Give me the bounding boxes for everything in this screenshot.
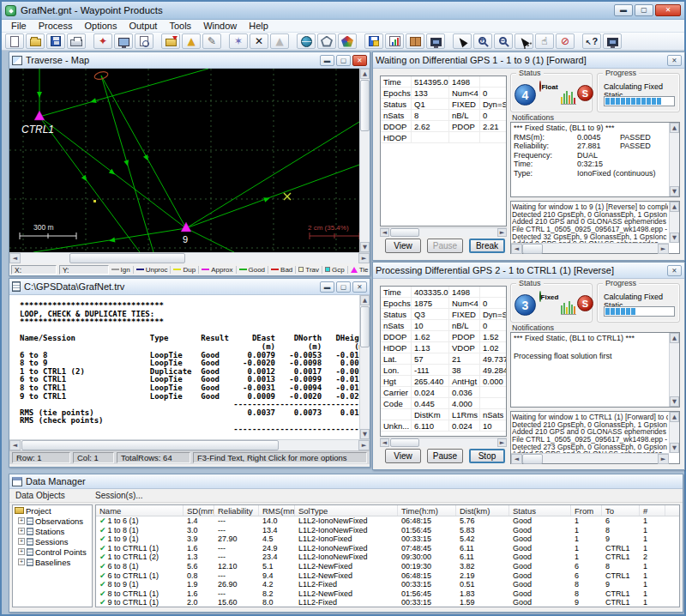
trv-maximize-button[interactable]: ▢ [336,281,351,293]
column-header-timehm[interactable]: Time(h:m) [398,505,456,516]
toggle-processing-window-button[interactable] [603,33,622,49]
menu-options[interactable]: Options [78,21,123,31]
scroll-up-arrow[interactable]: ▲ [360,295,370,305]
menu-tools[interactable]: Tools [163,21,197,31]
menu-process[interactable]: Process [33,21,79,31]
view-raw-gnss-data-button[interactable] [135,33,153,49]
scroll-right-arrow[interactable]: ► [358,440,370,450]
context-help-button[interactable]: ? [582,33,601,49]
scroll-up-arrow[interactable]: ▲ [360,69,370,79]
close-button[interactable]: ✕ [655,4,681,16]
gps1-log-box[interactable]: Waiting for window 1 to 9 (1) [Reverse] … [510,201,680,254]
no-zoom-tool-button[interactable]: ⊘ [556,33,575,49]
scroll-left-arrow[interactable]: ◄ [380,228,389,237]
add-master-station-button[interactable]: ✦ [93,33,112,49]
zoom-in-tool-button[interactable]: + [473,33,492,49]
trv-minimize-button[interactable]: ▬ [320,281,334,293]
view-button[interactable]: View [385,239,421,253]
import-files-button[interactable] [161,33,180,49]
scroll-thumb[interactable] [522,244,543,254]
save-file-button[interactable] [46,33,65,49]
scroll-thumb[interactable] [69,253,185,263]
table-row[interactable]: ✔6 to CTRL1 (1)0.8---9.4L1L2-NewFixed06:… [96,571,679,581]
scroll-down-arrow[interactable]: ▼ [670,186,679,196]
map-close-button[interactable]: ✕ [352,55,367,66]
select-tool-button[interactable] [453,33,472,49]
unprocess-sessions-button[interactable]: ✕ [250,33,268,49]
log-horizontal-scrollbar[interactable]: ◄ ► [511,243,669,253]
log-horizontal-scrollbar[interactable]: ◄ ► [511,453,669,463]
expand-icon[interactable]: + [18,517,25,524]
scroll-thumb[interactable] [390,438,419,447]
scroll-thumb[interactable] [360,80,370,131]
export-wizard-button[interactable] [406,33,424,49]
tree-item-stations[interactable]: +Stations [13,526,92,536]
zoom-window-tool-button[interactable] [514,33,533,49]
tree-item-observations[interactable]: +Observations [13,516,92,526]
scroll-right-arrow[interactable]: ► [658,244,669,254]
new-file-button[interactable] [5,33,24,49]
scroll-right-arrow[interactable]: ► [497,228,507,237]
map-maximize-button[interactable]: ▢ [336,55,351,66]
table-row[interactable]: ✔9 to CTRL1 (1)2.015.608.0L1L2-Fixed00:3… [96,598,679,607]
add-remote-station-button[interactable] [114,33,133,49]
scroll-thumb[interactable] [360,306,370,347]
menu-help[interactable]: Help [243,21,274,31]
maximize-button[interactable]: ▢ [635,4,653,16]
table-row[interactable]: ✔1 to 9 (1)3.927.904.5L1L2-IonoFixed00:3… [96,534,679,544]
scroll-right-arrow[interactable]: ► [497,438,507,447]
expand-icon[interactable]: + [18,528,25,534]
gps2-stats-list[interactable]: Time403335.01498Epochs1875Num<40StatusQ3… [380,286,507,437]
column-header-[interactable]: # [640,505,665,516]
column-header-soltype[interactable]: SolType [295,505,398,516]
table-row[interactable]: ✔1 to 8 (1)3.0---13.4L1L2-IonoNewFixed01… [96,526,679,535]
scroll-down-arrow[interactable]: ▼ [360,429,370,439]
tree-item-project[interactable]: Project [13,505,92,516]
map-horizontal-scrollbar[interactable]: ◄ ► [9,252,370,263]
trv-horizontal-scrollbar[interactable]: ◄ ► [9,439,370,450]
save-project-button[interactable] [364,33,383,49]
table-row[interactable]: ✔8 to CTRL1 (1)1.6---8.2L1L2-NewFixed01:… [96,589,679,599]
expand-icon[interactable]: + [18,548,25,555]
trv-text-area[interactable]: *******************************LOOP, CHE… [9,295,370,439]
trv-close-button[interactable]: ✕ [352,281,367,293]
column-header-distkm[interactable]: Dist(km) [456,505,509,516]
scroll-thumb[interactable] [390,228,419,237]
column-header-status[interactable]: Status [509,505,571,516]
tree-item-control-points[interactable]: +Control Points [13,547,92,557]
processing-monitor-button[interactable] [426,33,445,49]
gps2-close-button[interactable]: ✕ [667,265,682,276]
process-alert-button[interactable]: ▲ [182,33,201,49]
table-row[interactable]: ✔1 to CTRL1 (1)1.6---24.9L1L2-IonoNewFix… [96,544,679,553]
column-header-rmsmm[interactable]: RMS(mm) [259,505,295,516]
network-color-view-button[interactable] [338,33,357,49]
scroll-down-arrow[interactable]: ▼ [670,443,679,453]
gps1-close-button[interactable]: ✕ [667,55,682,66]
column-header-from[interactable]: From [571,505,602,516]
column-header-name[interactable]: Name [96,505,184,516]
notifications-scrollbar[interactable]: ▲ ▼ [669,123,679,196]
gps2-log-box[interactable]: Waiting for window 1 to CTRL1 (1) [Forwa… [510,411,680,464]
gps2-notifications-box[interactable]: *** Fixed Static, (BL1 to CTRL1) ***Proc… [510,332,680,408]
world-map-view-button[interactable] [297,33,316,49]
scroll-thumb[interactable] [522,454,543,464]
menu-window[interactable]: Window [197,21,243,31]
scroll-left-arrow[interactable]: ◄ [9,253,21,263]
stop-button[interactable]: Stop [469,449,505,463]
data-objects-tree[interactable]: Project+Observations+Stations+Sessions+C… [12,504,93,607]
scroll-down-arrow[interactable]: ▼ [360,242,370,252]
trv-vertical-scrollbar[interactable]: ▲ ▼ [359,295,370,439]
scroll-thumb[interactable] [21,440,279,450]
gps2-stats-scrollbar[interactable]: ◄ ► [380,438,507,447]
map-canvas-area[interactable]: CTRL1 9 300 m 2 cm (35.4%) [9,69,370,252]
menu-output[interactable]: Output [123,21,163,31]
gps1-notifications-box[interactable]: *** Fixed Static, (BL1 to 9) ***RMS(m):0… [510,122,680,197]
tree-item-sessions[interactable]: +Sessions [13,536,92,547]
zoom-out-tool-button[interactable]: − [494,33,513,49]
process-disabled-button[interactable]: ▲ [270,33,289,49]
map-minimize-button[interactable]: ▬ [320,55,334,66]
minimize-button[interactable]: ▬ [614,4,633,16]
log-vertical-scrollbar[interactable]: ▲ ▼ [669,202,679,243]
table-row[interactable]: ✔6 to 8 (1)5.612.105.1L1L2-NewFixed00:19… [96,562,679,571]
scroll-up-arrow[interactable]: ▲ [670,412,679,422]
